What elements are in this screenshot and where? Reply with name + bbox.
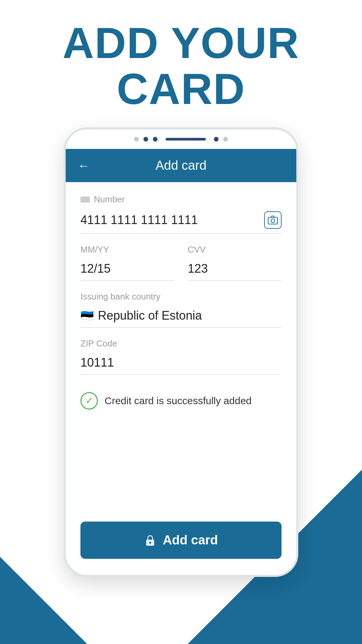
phone-mockup: ← Add card Number 4111 1111 1111 1111 <box>64 127 298 577</box>
page-title: ADD YOUR CARD <box>0 20 362 112</box>
expiry-field: MM/YY 12/15 <box>80 245 174 281</box>
expiry-cvv-row: MM/YY 12/15 CVV 123 <box>80 245 282 281</box>
expiry-label: MM/YY <box>80 245 174 255</box>
phone-notch <box>166 138 206 141</box>
app-screen: ← Add card Number 4111 1111 1111 1111 <box>66 149 296 571</box>
country-field: Issuing bank country 🇪🇪 Republic of Esto… <box>80 291 282 328</box>
phone-top-bar <box>66 129 296 149</box>
zip-value[interactable]: 10111 <box>80 352 282 375</box>
phone-dot-4 <box>214 137 219 142</box>
cvv-label: CVV <box>188 245 282 255</box>
form-area: Number 4111 1111 1111 1111 MM <box>66 182 296 571</box>
zip-field: ZIP Code 10111 <box>80 338 282 375</box>
svg-point-1 <box>271 219 275 223</box>
svg-point-3 <box>149 542 151 544</box>
add-card-button[interactable]: Add card <box>80 522 282 559</box>
checkmark-icon: ✓ <box>85 396 93 406</box>
lock-icon <box>144 534 156 546</box>
flag-container: 🇪🇪 Republic of Estonia <box>80 309 202 323</box>
country-value[interactable]: 🇪🇪 Republic of Estonia <box>80 305 282 328</box>
phone-dot-2 <box>143 137 148 142</box>
card-mini-icon <box>80 197 90 203</box>
cvv-value[interactable]: 123 <box>188 258 282 281</box>
card-stripe-icon <box>80 197 90 203</box>
zip-label: ZIP Code <box>80 338 282 349</box>
phone-dot-5 <box>223 137 228 142</box>
expiry-value[interactable]: 12/15 <box>80 258 174 281</box>
card-number-field: Number 4111 1111 1111 1111 <box>80 194 282 234</box>
success-check-icon: ✓ <box>80 392 98 410</box>
number-label: Number <box>80 194 282 205</box>
phone-dot-3 <box>153 137 158 142</box>
cvv-field: CVV 123 <box>188 245 282 281</box>
success-message-row: ✓ Credit card is successfully added <box>80 392 282 410</box>
country-flag-icon: 🇪🇪 <box>80 309 94 322</box>
camera-icon <box>267 215 278 225</box>
svg-rect-0 <box>268 217 278 224</box>
card-number-value[interactable]: 4111 1111 1111 1111 <box>80 208 282 234</box>
back-button[interactable]: ← <box>78 160 90 172</box>
camera-scan-button[interactable] <box>264 211 282 229</box>
phone-dot-1 <box>134 137 139 142</box>
app-header: ← Add card <box>66 149 296 182</box>
app-header-title: Add card <box>97 158 265 173</box>
success-text: Credit card is successfully added <box>105 395 252 407</box>
country-label: Issuing bank country <box>80 291 282 302</box>
